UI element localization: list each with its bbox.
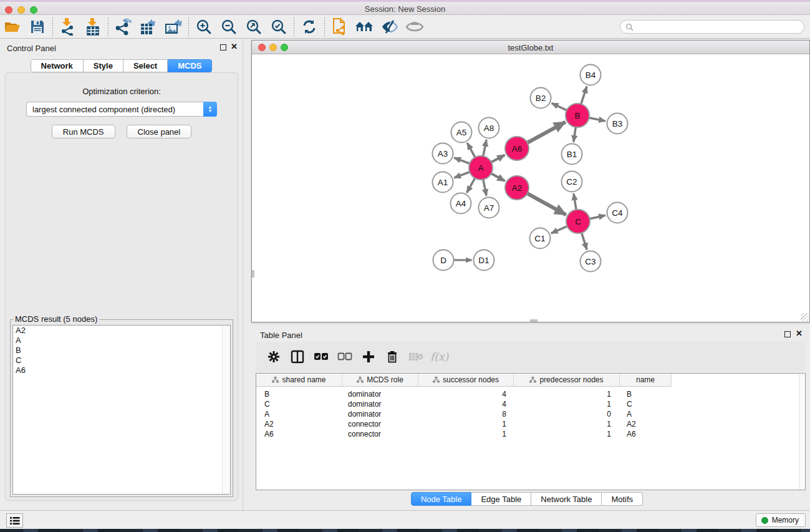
tab-select[interactable]: Select xyxy=(123,59,168,72)
import-table-button[interactable] xyxy=(82,17,104,37)
column-header-predecessor-nodes[interactable]: predecessor nodes xyxy=(514,374,620,387)
run-mcds-button[interactable]: Run MCDS xyxy=(52,125,115,138)
new-session-from-network-button[interactable] xyxy=(329,17,351,37)
tab-style[interactable]: Style xyxy=(84,59,123,72)
memory-button[interactable]: Memory xyxy=(756,513,806,527)
table-cell[interactable]: A6 xyxy=(256,430,342,438)
horizontal-scroll-indicator[interactable] xyxy=(530,319,538,322)
table-cell[interactable]: connector xyxy=(342,430,418,438)
network-graph[interactable]: B4B2BB3A5A8A6A3B1AA1C2A2A4A7C4CC1C3DD1 xyxy=(252,54,809,322)
tab-edge-table[interactable]: Edge Table xyxy=(471,492,531,506)
home-layout-button[interactable] xyxy=(354,17,376,37)
tab-mcds[interactable]: MCDS xyxy=(168,59,212,72)
column-selector-button[interactable] xyxy=(286,346,309,367)
table-cell[interactable]: C xyxy=(620,400,672,409)
export-network-button[interactable] xyxy=(112,17,135,37)
apply-function-button[interactable]: f(x) xyxy=(430,351,448,363)
select-all-rows-button[interactable] xyxy=(309,346,333,367)
table-row[interactable]: Adominator80A xyxy=(256,409,805,419)
vertical-scroll-indicator[interactable] xyxy=(252,270,254,278)
float-table-panel-icon[interactable] xyxy=(784,331,791,337)
table-cell[interactable]: 1 xyxy=(418,430,514,438)
table-cell[interactable]: dominator xyxy=(342,390,418,399)
unselect-all-rows-button[interactable] xyxy=(333,346,357,367)
table-row[interactable]: Bdominator41B xyxy=(256,389,805,399)
network-window-titlebar[interactable]: testGlobe.txt xyxy=(252,41,809,54)
table-cell[interactable]: 4 xyxy=(418,390,514,399)
mcds-result-legend: MCDS result (5 nodes) xyxy=(13,314,99,324)
float-panel-icon[interactable] xyxy=(220,44,226,51)
column-header-successor-nodes[interactable]: successor nodes xyxy=(418,374,514,387)
zoom-selected-button[interactable] xyxy=(268,17,290,37)
table-cell[interactable]: B xyxy=(620,390,672,399)
table-options-button[interactable] xyxy=(262,346,286,367)
table-cell[interactable]: A2 xyxy=(620,420,672,428)
task-history-button[interactable] xyxy=(6,513,23,528)
search-box[interactable] xyxy=(620,20,804,34)
table-cell[interactable]: dominator xyxy=(342,400,418,409)
delete-columns-button[interactable] xyxy=(380,346,404,367)
mcds-result-item[interactable]: C xyxy=(13,355,230,365)
result-list-scrollbar[interactable] xyxy=(222,326,230,494)
table-cell[interactable]: A2 xyxy=(256,420,342,428)
table-cell[interactable]: dominator xyxy=(342,410,418,418)
table-cell[interactable]: 1 xyxy=(418,420,514,428)
resize-grip-icon[interactable] xyxy=(801,313,809,321)
main-titlebar[interactable]: Session: New Session xyxy=(0,2,810,15)
mcds-result-item[interactable]: B xyxy=(13,346,230,355)
save-session-button[interactable] xyxy=(26,17,49,37)
tab-motifs[interactable]: Motifs xyxy=(602,492,643,506)
zoom-fit-button[interactable] xyxy=(243,17,265,37)
table-scrollbar[interactable] xyxy=(799,374,805,490)
open-session-button[interactable] xyxy=(1,17,24,37)
mcds-result-item[interactable]: A6 xyxy=(13,365,230,375)
table-cell[interactable]: 1 xyxy=(514,390,620,399)
criterion-dropdown[interactable]: largest connected component (directed) ▲… xyxy=(26,102,217,117)
table-row[interactable]: A6connector11A6 xyxy=(256,429,805,439)
import-network-button[interactable] xyxy=(57,17,79,37)
table-panel-header: Table Panel ✕ xyxy=(244,326,810,342)
column-header-name[interactable]: name xyxy=(620,374,672,387)
columns-icon xyxy=(291,350,304,364)
table-cell[interactable]: B xyxy=(256,390,342,399)
close-panel-icon[interactable]: ✕ xyxy=(231,42,238,51)
tab-network[interactable]: Network xyxy=(31,59,84,72)
table-cell[interactable]: 8 xyxy=(418,410,514,418)
search-input[interactable] xyxy=(637,21,804,32)
table-cell[interactable]: 0 xyxy=(514,410,620,418)
column-header-shared-name[interactable]: shared name xyxy=(256,374,342,387)
table-cell[interactable]: A6 xyxy=(620,430,672,438)
export-image-button[interactable] xyxy=(162,17,185,37)
table-cell[interactable]: 1 xyxy=(514,430,620,438)
table-cell[interactable]: 1 xyxy=(514,400,620,409)
export-table-button[interactable] xyxy=(137,17,160,37)
table-cell[interactable]: C xyxy=(256,400,342,409)
close-panel-button[interactable]: Close panel xyxy=(127,125,192,138)
hide-selected-button[interactable] xyxy=(378,17,401,37)
zoom-out-button[interactable] xyxy=(218,17,240,37)
mcds-result-list[interactable]: A2ABCA6 xyxy=(12,325,231,495)
network-view-window: testGlobe.txt B4B2BB3A5A8A6A3B1AA1C2A2A4… xyxy=(251,40,810,322)
table-cell[interactable]: 1 xyxy=(514,420,620,428)
zoom-in-button[interactable] xyxy=(193,17,215,37)
refresh-button[interactable] xyxy=(298,17,321,37)
mcds-result-item[interactable]: A xyxy=(13,336,230,346)
node-label-A3: A3 xyxy=(438,149,448,158)
add-column-button[interactable] xyxy=(357,346,380,367)
show-eye-button[interactable] xyxy=(403,17,426,37)
tab-network-table[interactable]: Network Table xyxy=(531,492,602,506)
table-row[interactable]: Cdominator41C xyxy=(256,399,805,409)
table-cell[interactable]: connector xyxy=(342,420,418,428)
table-cell[interactable]: 4 xyxy=(418,400,514,409)
node-label-B: B xyxy=(574,111,580,120)
table-cell[interactable]: A xyxy=(620,410,672,418)
mcds-result-item[interactable]: A2 xyxy=(13,326,230,336)
network-canvas[interactable]: B4B2BB3A5A8A6A3B1AA1C2A2A4A7C4CC1C3DD1 xyxy=(252,54,809,322)
table-cell[interactable]: A xyxy=(256,410,342,418)
column-header-MCDS-role[interactable]: MCDS role xyxy=(342,374,418,387)
close-table-panel-icon[interactable]: ✕ xyxy=(796,329,803,338)
table-row[interactable]: A2connector11A2 xyxy=(256,419,805,429)
delete-table-button[interactable] xyxy=(404,346,428,367)
tab-node-table[interactable]: Node Table xyxy=(411,492,472,506)
node-table[interactable]: shared nameMCDS rolesuccessor nodesprede… xyxy=(256,373,806,490)
